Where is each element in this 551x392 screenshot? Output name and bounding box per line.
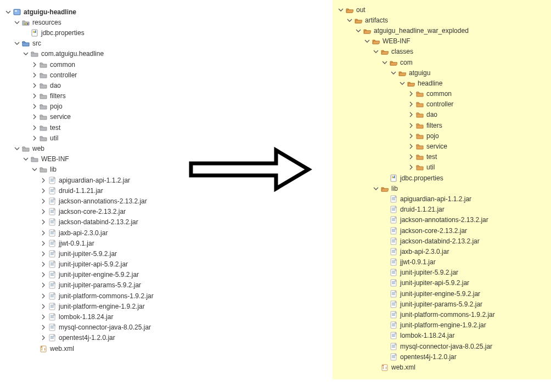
tree-item[interactable]: junit-jupiter-engine-5.9.2.jar (381, 288, 547, 299)
chevron-right-icon[interactable] (40, 197, 47, 205)
chevron-down-icon[interactable] (355, 27, 362, 35)
tree-item-root[interactable]: atguigu-headline (4, 7, 193, 17)
tree-item[interactable]: jaxb-api-2.3.0.jar (381, 246, 547, 257)
tree-item[interactable]: lombok-1.18.24.jar (40, 311, 193, 322)
tree-item[interactable]: apiguardian-api-1.1.2.jar (381, 194, 547, 204)
tree-item[interactable]: junit-jupiter-api-5.9.2.jar (381, 278, 547, 288)
tree-item-headline[interactable]: headline (398, 78, 547, 88)
tree-item[interactable]: opentest4j-1.2.0.jar (40, 333, 193, 343)
tree-item[interactable]: junit-jupiter-5.9.2.jar (381, 268, 547, 278)
chevron-right-icon[interactable] (40, 334, 47, 342)
tree-item[interactable]: junit-jupiter-api-5.9.2.jar (40, 259, 193, 270)
tree-item-src[interactable]: src (13, 38, 193, 49)
chevron-down-icon[interactable] (337, 6, 345, 14)
chevron-right-icon[interactable] (40, 218, 47, 226)
chevron-down-icon[interactable] (363, 37, 371, 45)
tree-item-webinf[interactable]: WEB-INF (22, 154, 193, 164)
tree-item[interactable]: jackson-annotations-2.13.2.jar (40, 196, 193, 206)
tree-item[interactable]: dao (407, 110, 547, 120)
chevron-right-icon[interactable] (40, 313, 47, 321)
chevron-down-icon[interactable] (13, 39, 21, 47)
chevron-down-icon[interactable] (22, 155, 30, 163)
tree-item[interactable]: junit-platform-engine-1.9.2.jar (381, 320, 547, 331)
tree-item[interactable]: junit-platform-commons-1.9.2.jar (381, 309, 547, 320)
chevron-right-icon[interactable] (40, 229, 47, 237)
tree-item[interactable]: jjwt-0.9.1.jar (381, 257, 547, 268)
chevron-right-icon[interactable] (40, 281, 47, 289)
chevron-right-icon[interactable] (40, 240, 47, 247)
tree-item[interactable]: filters (407, 120, 547, 130)
tree-item[interactable]: pojo (407, 130, 547, 141)
chevron-right-icon[interactable] (40, 177, 47, 184)
tree-item[interactable]: jackson-databind-2.13.2.jar (381, 236, 547, 246)
tree-item[interactable]: lombok-1.18.24.jar (381, 331, 547, 341)
tree-item[interactable]: junit-jupiter-engine-5.9.2.jar (40, 270, 193, 280)
tree-item[interactable]: controller (407, 99, 547, 110)
tree-item-webxml[interactable]: web.xml (372, 362, 547, 372)
chevron-right-icon[interactable] (407, 132, 415, 140)
tree-item[interactable]: opentest4j-1.2.0.jar (381, 351, 547, 362)
tree-item[interactable]: druid-1.1.21.jar (40, 185, 193, 196)
tree-item[interactable]: test (31, 122, 193, 133)
tree-item[interactable]: druid-1.1.21.jar (381, 204, 547, 215)
chevron-down-icon[interactable] (22, 50, 30, 58)
tree-item[interactable]: util (31, 133, 193, 143)
tree-item-webinf[interactable]: WEB-INF (363, 36, 547, 47)
tree-item[interactable]: junit-jupiter-params-5.9.2.jar (40, 280, 193, 291)
chevron-right-icon[interactable] (407, 122, 415, 129)
chevron-right-icon[interactable] (31, 71, 38, 79)
chevron-right-icon[interactable] (31, 103, 38, 110)
chevron-right-icon[interactable] (407, 153, 415, 161)
tree-item[interactable]: mysql-connector-java-8.0.25.jar (40, 322, 193, 333)
tree-item[interactable]: common (31, 59, 193, 70)
chevron-down-icon[interactable] (13, 19, 21, 26)
tree-item-resources[interactable]: resources (13, 17, 193, 27)
chevron-down-icon[interactable] (31, 166, 38, 173)
tree-item-lib[interactable]: lib (372, 183, 547, 194)
chevron-right-icon[interactable] (407, 90, 415, 98)
tree-item-com[interactable]: com (381, 57, 547, 67)
chevron-down-icon[interactable] (398, 79, 406, 87)
chevron-down-icon[interactable] (346, 16, 353, 24)
chevron-right-icon[interactable] (40, 250, 47, 258)
tree-item[interactable]: jackson-core-2.13.2.jar (381, 225, 547, 236)
chevron-right-icon[interactable] (40, 323, 47, 331)
chevron-right-icon[interactable] (407, 143, 415, 150)
tree-item[interactable]: jackson-core-2.13.2.jar (40, 207, 193, 217)
chevron-down-icon[interactable] (372, 185, 380, 192)
chevron-right-icon[interactable] (40, 271, 47, 279)
chevron-right-icon[interactable] (31, 61, 38, 69)
tree-item[interactable]: util (407, 162, 547, 173)
tree-item[interactable]: apiguardian-api-1.1.2.jar (40, 175, 193, 185)
tree-item-out[interactable]: out (337, 4, 547, 15)
tree-item[interactable]: jaxb-api-2.3.0.jar (40, 228, 193, 238)
tree-item[interactable]: jjwt-0.9.1.jar (40, 238, 193, 248)
tree-item-webxml[interactable]: web.xml (31, 343, 193, 354)
chevron-right-icon[interactable] (40, 208, 47, 215)
chevron-down-icon[interactable] (381, 59, 389, 66)
tree-item-package[interactable]: com.atguigu.headline (22, 49, 193, 59)
tree-item[interactable]: junit-platform-commons-1.9.2.jar (40, 291, 193, 301)
chevron-right-icon[interactable] (407, 100, 415, 108)
tree-item-lib[interactable]: lib (31, 164, 193, 175)
tree-item[interactable]: mysql-connector-java-8.0.25.jar (381, 341, 547, 351)
tree-item[interactable]: junit-platform-engine-1.9.2.jar (40, 301, 193, 311)
chevron-right-icon[interactable] (40, 292, 47, 300)
tree-item[interactable]: filters (31, 91, 193, 101)
tree-item-jdbc-properties[interactable]: jdbc.properties (381, 173, 547, 183)
chevron-right-icon[interactable] (407, 111, 415, 118)
chevron-right-icon[interactable] (407, 163, 415, 171)
tree-item[interactable]: dao (31, 80, 193, 90)
tree-item[interactable]: jackson-databind-2.13.2.jar (40, 217, 193, 228)
tree-item-web[interactable]: web (13, 143, 193, 154)
tree-item[interactable]: pojo (31, 101, 193, 112)
tree-item-atguigu[interactable]: atguigu (390, 67, 547, 78)
tree-item[interactable]: junit-jupiter-5.9.2.jar (40, 248, 193, 259)
tree-item[interactable]: common (407, 89, 547, 99)
tree-item-artifacts[interactable]: artifacts (346, 15, 547, 25)
chevron-down-icon[interactable] (390, 69, 397, 77)
chevron-right-icon[interactable] (31, 134, 38, 142)
chevron-down-icon[interactable] (4, 8, 12, 16)
tree-item-artifact[interactable]: atguigu_headline_war_exploded (355, 25, 547, 36)
tree-item-classes[interactable]: classes (372, 47, 547, 57)
